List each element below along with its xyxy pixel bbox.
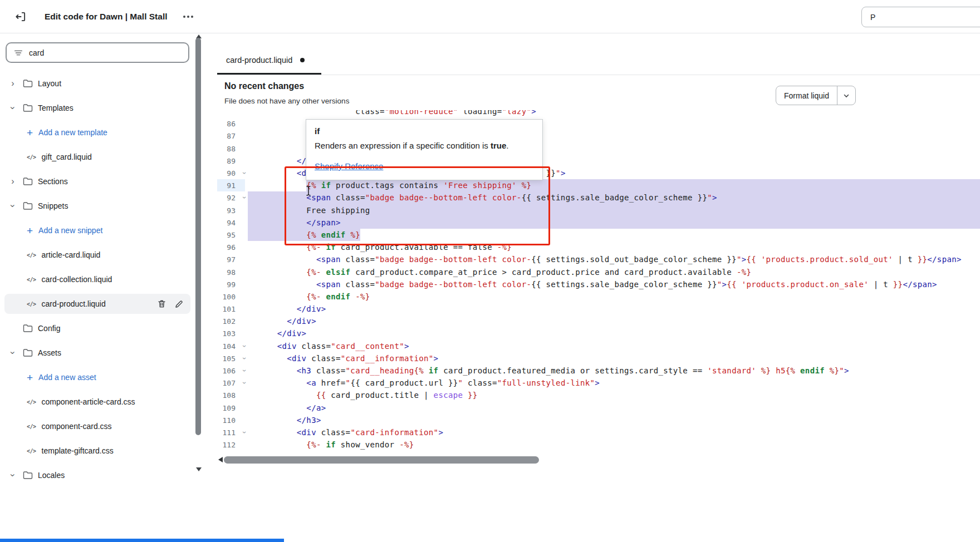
horizontal-scrollbar-thumb[interactable] <box>224 456 539 464</box>
code-line[interactable]: 99 <span class="badge badge--bottom-left… <box>217 278 980 290</box>
horizontal-dots-icon <box>183 16 193 18</box>
chevron-down-icon[interactable]: › <box>8 103 17 113</box>
chevron-down-icon[interactable]: › <box>8 348 17 358</box>
folder-icon <box>22 323 33 334</box>
exit-code-editor-button[interactable] <box>12 8 29 25</box>
gutter: 99 <box>217 278 248 290</box>
fold-toggle-icon[interactable]: › <box>241 196 248 199</box>
shopify-reference-link[interactable]: Shopify Reference <box>315 161 383 172</box>
chevron-right-icon[interactable]: › <box>8 79 18 88</box>
gutter: 108 <box>217 389 248 401</box>
tab-label: card-product.liquid <box>226 56 292 65</box>
gutter: 95 <box>217 229 248 241</box>
sidebar-item-add-a-new-template[interactable]: +Add a new template <box>4 122 190 142</box>
gutter: 110 <box>217 414 248 426</box>
code-line[interactable]: 98 {%- elsif card_product.compare_at_pri… <box>217 265 980 278</box>
fold-toggle-icon[interactable]: › <box>241 357 248 359</box>
line-number: 109 <box>223 403 236 412</box>
code-file-icon: </> <box>27 252 36 258</box>
line-number: 95 <box>227 230 236 239</box>
code-line[interactable]: 93 Free shipping <box>217 204 980 216</box>
code-text: {% if product.tags contains 'Free shippi… <box>248 181 531 190</box>
gutter: 101 <box>217 303 248 315</box>
fold-toggle-icon[interactable]: › <box>241 172 248 174</box>
code-line[interactable]: 111› <div class="card-information"> <box>217 426 980 438</box>
file-search-input[interactable] <box>29 48 182 57</box>
sidebar-item-card-collection-liquid[interactable]: </>card-collection.liquid <box>4 269 190 289</box>
sidebar-item-locales[interactable]: ›Locales <box>4 465 190 480</box>
sidebar-scroll-down-arrow[interactable] <box>196 467 202 471</box>
code-line[interactable]: 110 </h3> <box>217 414 980 426</box>
fold-toggle-icon[interactable]: › <box>241 431 248 433</box>
chevron-down-icon[interactable]: › <box>8 470 17 480</box>
gutter: 102 <box>217 315 248 327</box>
hscroll-left-arrow[interactable] <box>218 457 223 462</box>
code-line[interactable]: 95 {% endif %} <box>217 229 980 241</box>
fold-toggle-icon[interactable]: › <box>241 369 248 372</box>
code-line[interactable]: 112 {%- if show_vendor -%} <box>217 438 980 451</box>
sidebar-item-add-a-new-snippet[interactable]: +Add a new snippet <box>4 220 190 240</box>
chevron-right-icon[interactable]: › <box>8 177 18 186</box>
sidebar-item-label: Config <box>38 324 60 333</box>
code-file-icon: </> <box>27 448 36 454</box>
code-line[interactable]: 97 <span class="badge badge--bottom-left… <box>217 253 980 265</box>
sidebar-item-templates[interactable]: ›Templates <box>4 98 190 118</box>
sidebar-item-assets[interactable]: ›Assets <box>4 343 190 363</box>
code-line[interactable]: 102 </div> <box>217 315 980 327</box>
code-line[interactable]: 96 {%- if card_product.available == fals… <box>217 241 980 253</box>
code-line[interactable]: 100 {%- endif -%} <box>217 290 980 303</box>
code-text: <a href="{{ card_product.url }}" class="… <box>248 378 600 387</box>
code-line[interactable]: 108 {{ card_product.title | escape }} <box>217 389 980 401</box>
line-number: 94 <box>227 218 236 226</box>
code-line[interactable]: 104› <div class="card__content"> <box>217 340 980 352</box>
delete-file-icon[interactable] <box>157 299 166 309</box>
page-title: Edit code for Dawn | Mall Stall <box>45 12 168 22</box>
code-line[interactable]: 106› <h3 class="card__heading{% if card_… <box>217 364 980 377</box>
exit-icon <box>14 11 27 23</box>
sidebar-item-template-giftcard-css[interactable]: </>template-giftcard.css <box>4 441 190 461</box>
line-number: 102 <box>223 317 236 326</box>
sidebar-item-snippets[interactable]: ›Snippets <box>4 196 190 216</box>
code-line[interactable]: 101 </div> <box>217 303 980 315</box>
gutter: 103 <box>217 327 248 339</box>
code-line[interactable]: 105› <div class="card__information"> <box>217 352 980 364</box>
sidebar-scrollbar-thumb[interactable] <box>195 38 201 435</box>
code-line[interactable]: 109 </a> <box>217 402 980 414</box>
version-statusbar: No recent changes File does not have any… <box>217 76 980 110</box>
gutter: 87 <box>217 130 248 142</box>
more-menu-button[interactable] <box>179 11 198 22</box>
gutter: 109 <box>217 402 248 414</box>
sidebar-item-component-card-css[interactable]: </>component-card.css <box>4 416 190 436</box>
sidebar-item-card-product-liquid[interactable]: </>card-product.liquid <box>4 294 190 314</box>
code-line[interactable]: 91 {% if product.tags contains 'Free shi… <box>217 179 980 191</box>
gutter <box>217 110 248 117</box>
code-line[interactable]: class="motion-reduce" loading="lazy"> <box>217 110 980 117</box>
format-options-toggle[interactable] <box>837 92 855 99</box>
sidebar-item-label: Sections <box>38 177 68 186</box>
line-number: 92 <box>227 194 236 202</box>
code-text: </span> <box>248 218 341 227</box>
code-line[interactable]: 92› <span class="badge badge--bottom-lef… <box>217 191 980 204</box>
sidebar-item-sections[interactable]: ›Sections <box>4 171 190 191</box>
preview-button-partial[interactable]: P <box>861 7 980 27</box>
sidebar-item-add-a-new-asset[interactable]: +Add a new asset <box>4 367 190 387</box>
code-line[interactable]: 107› <a href="{{ card_product.url }}" cl… <box>217 377 980 389</box>
filter-search-icon <box>13 48 23 58</box>
rename-file-icon[interactable] <box>174 299 184 309</box>
tab-card-product-liquid[interactable]: card-product.liquid <box>217 47 321 75</box>
code-text: <h3 class="card__heading{% if card_produ… <box>248 366 849 375</box>
sidebar-item-layout[interactable]: ›Layout <box>4 73 190 93</box>
chevron-down-icon[interactable]: › <box>8 201 17 211</box>
gutter: 107› <box>217 377 248 389</box>
fold-toggle-icon[interactable]: › <box>241 345 248 347</box>
format-liquid-button[interactable]: Format liquid <box>776 86 856 105</box>
sidebar-item-article-card-liquid[interactable]: </>article-card.liquid <box>4 245 190 265</box>
file-search-box[interactable] <box>6 42 189 63</box>
code-line[interactable]: 103 </div> <box>217 327 980 339</box>
code-line[interactable]: 94 </span> <box>217 216 980 229</box>
sidebar-item-config[interactable]: Config <box>4 318 190 338</box>
sidebar-item-gift-card-liquid[interactable]: </>gift_card.liquid <box>4 147 190 167</box>
sidebar-item-component-article-card-css[interactable]: </>component-article-card.css <box>4 392 190 412</box>
fold-toggle-icon[interactable]: › <box>241 382 248 384</box>
code-text: </div> <box>248 304 326 313</box>
